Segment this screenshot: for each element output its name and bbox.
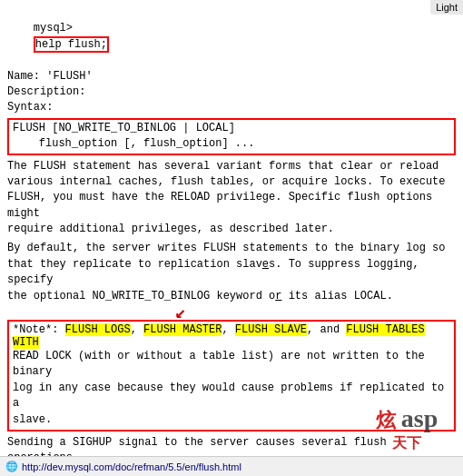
command-text: help flush; xyxy=(34,36,109,53)
description-line: Description: xyxy=(7,84,456,100)
para2: By default, the server writes FLUSH stat… xyxy=(7,241,456,304)
syntax-line1: FLUSH [NO_WRITE_TO_BINLOG | LOCAL] xyxy=(13,121,450,136)
command-line: mysql> help flush; xyxy=(7,5,456,69)
status-url: http://dev.mysql.com/doc/refman/5.5/en/f… xyxy=(22,461,241,472)
watermark-sub: 天下 xyxy=(352,434,461,453)
note-prefix: *Note*: xyxy=(13,323,65,336)
status-bar: 🌐 http://dev.mysql.com/doc/refman/5.5/en… xyxy=(0,456,463,476)
red-arrow-icon: ↙ xyxy=(175,301,186,323)
syntax-box: FLUSH [NO_WRITE_TO_BINLOG | LOCAL] flush… xyxy=(7,118,456,155)
note-sep3: , and xyxy=(307,323,346,336)
earth-icon: 🌐 xyxy=(5,461,18,472)
name-line: Name: 'FLUSH' xyxy=(7,69,456,84)
syntax-line2: flush_option [, flush_option] ... xyxy=(13,136,450,152)
mysql-prompt: mysql> xyxy=(34,22,73,35)
light-badge: Light xyxy=(430,0,463,15)
note-sep1: , xyxy=(131,323,143,336)
terminal-window: Light mysql> help flush; Name: 'FLUSH' D… xyxy=(0,0,463,476)
flush-logs-highlight: FLUSH LOGS xyxy=(65,323,131,336)
watermark-main: 炫 asp xyxy=(352,403,461,434)
note-sep2: , xyxy=(222,323,234,336)
flush-master-highlight: FLUSH MASTER xyxy=(143,323,222,336)
flush-slave-highlight: FLUSH SLAVE xyxy=(235,323,307,336)
para1: The FLUSH statement has several variant … xyxy=(7,159,456,238)
arrow-decoration: ↙ xyxy=(7,304,456,317)
watermark: 炫 asp 天下 xyxy=(352,403,461,449)
syntax-label: Syntax: xyxy=(7,100,456,115)
